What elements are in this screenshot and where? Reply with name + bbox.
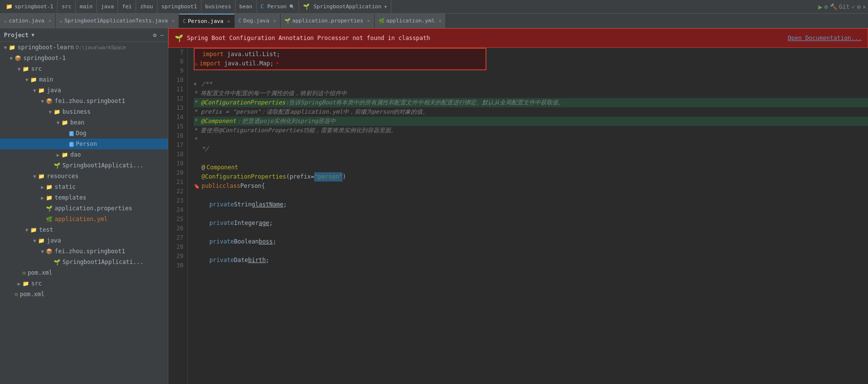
expand-arrow[interactable]: ▼ — [47, 109, 54, 115]
search-icon: 🔍 — [289, 4, 295, 9]
tab-close-button[interactable]: ✕ — [48, 18, 51, 23]
top-nav: 📁 springboot-1 src main java fei zhou sp… — [0, 0, 868, 14]
expand-arrow[interactable]: ▼ — [31, 238, 38, 243]
tree-item-test[interactable]: ▼ 📁 test — [0, 224, 168, 235]
tree-label: business — [62, 108, 91, 115]
debug-icon[interactable]: ⚙ — [824, 3, 828, 10]
tree-item-main[interactable]: ▼ 📁 main — [0, 74, 168, 85]
tree-item-templates[interactable]: ▶ 📁 templates — [0, 192, 168, 203]
tree-item-app-yml[interactable]: ▶ 🌿 application.yml — [0, 214, 168, 224]
tree-item-springboot-learn[interactable]: ▼ 📁 springboot-learn D:\java\workSpace — [0, 42, 168, 53]
tree-item-dao[interactable]: ▶ 📁 dao — [0, 149, 168, 160]
nav-item-springboot1[interactable]: 📁 springboot-1 — [2, 0, 58, 14]
build-icon[interactable]: 🔨 — [830, 3, 837, 10]
line-number: 29 — [168, 252, 183, 261]
expand-arrow[interactable]: ▼ — [16, 66, 22, 72]
tree-item-springbootapp[interactable]: ▶ 🌱 Springboot1Applicati... — [0, 160, 168, 171]
tab-close-button[interactable]: ✕ — [227, 19, 230, 24]
expand-arrow[interactable]: ▼ — [39, 99, 46, 104]
editor-tab-bar: ☕ cation.java ✕ ☕ Springboot1Application… — [0, 14, 868, 28]
close-icon[interactable]: ✕ — [863, 3, 866, 10]
expand-arrow[interactable]: ▼ — [31, 174, 38, 179]
settings-icon[interactable]: ⚙ — [857, 3, 861, 10]
tab-close-button[interactable]: ✕ — [367, 18, 370, 23]
tab-close-button[interactable]: ✕ — [172, 18, 175, 23]
tree-label: src — [31, 65, 42, 72]
open-documentation-link[interactable]: Open Documentation... — [787, 35, 862, 41]
line-number: 15 — [168, 122, 183, 131]
tree-label: dao — [70, 151, 81, 158]
paren-open: ( — [286, 172, 289, 182]
tab-properties[interactable]: 🌱 application.properties ✕ — [281, 14, 375, 28]
line-number: 30 — [168, 261, 183, 270]
code-line-20: @ConfigurationProperties(prefix = "perso… — [194, 172, 868, 182]
tree-item-business[interactable]: ▼ 📁 business — [0, 106, 168, 117]
nav-item-src[interactable]: src — [58, 0, 76, 14]
keyword-class: class — [222, 182, 240, 191]
import-keyword: import java.util.Map; — [200, 59, 274, 68]
code-line-7: import java.util.List; — [195, 50, 485, 59]
tree-item-java[interactable]: ▼ 📁 java — [0, 85, 168, 96]
tree-item-springboot1[interactable]: ▼ 📦 springboot-1 — [0, 53, 168, 63]
tree-label: static — [55, 183, 76, 190]
tree-item-bean[interactable]: ▼ 📁 bean — [0, 117, 168, 128]
expand-arrow[interactable]: ▶ — [39, 184, 46, 190]
tab-tests[interactable]: ☕ Springboot1ApplicationTests.java ✕ — [56, 14, 179, 28]
expand-arrow[interactable]: ▼ — [8, 56, 15, 61]
tree-item-dog[interactable]: ▶ C Dog — [0, 128, 168, 139]
line-number: 21 — [168, 178, 183, 187]
tab-close-button[interactable]: ✕ — [273, 18, 276, 23]
tree-item-test-package[interactable]: ▼ 📦 fei.zhou.springboot1 — [0, 246, 168, 257]
tab-dog[interactable]: C Dog.java ✕ — [235, 14, 281, 28]
expand-arrow[interactable]: ▶ — [55, 152, 61, 158]
nav-item-business[interactable]: business — [202, 0, 236, 14]
expand-arrow[interactable]: ▼ — [23, 227, 30, 233]
tree-item-person[interactable]: ▶ C Person — [0, 139, 168, 149]
line-number: 18 — [168, 150, 183, 159]
tab-person[interactable]: C Person.java ✕ — [179, 14, 235, 28]
nav-item-fei[interactable]: fei — [118, 0, 136, 14]
nav-item-main[interactable]: main — [76, 0, 97, 14]
nav-item-springboot1b[interactable]: springboot1 — [158, 0, 202, 14]
class-icon: C — [183, 19, 186, 24]
tree-item-pom2[interactable]: ▶ m pom.xml — [0, 289, 168, 300]
expand-arrow[interactable]: ▼ — [31, 88, 38, 93]
tree-item-package[interactable]: ▼ 📦 fei.zhou.springboot1 — [0, 96, 168, 106]
dropdown-icon[interactable]: ▼ — [384, 4, 387, 9]
tree-item-pom1[interactable]: ▶ m pom.xml — [0, 267, 168, 278]
fold-arrow[interactable]: ▼ — [194, 80, 200, 89]
dropdown-icon[interactable]: ▼ — [32, 32, 35, 38]
tree-item-static[interactable]: ▶ 📁 static — [0, 182, 168, 192]
tree-item-src2[interactable]: ▶ 📁 src — [0, 278, 168, 289]
expand-arrow[interactable]: ▼ — [55, 120, 61, 125]
expand-arrow[interactable]: ▶ — [16, 281, 22, 286]
nav-item-bean[interactable]: bean — [236, 0, 257, 14]
nav-item-person[interactable]: C Person 🔍 — [257, 0, 299, 14]
nav-item-zhou[interactable]: zhou — [136, 0, 158, 14]
tab-cation[interactable]: ☕ cation.java ✕ — [0, 14, 56, 28]
expand-arrow[interactable]: ▶ — [39, 195, 46, 201]
expand-arrow[interactable]: ▼ — [23, 77, 30, 82]
tab-label: application.properties — [292, 18, 363, 24]
tree-item-test-java[interactable]: ▼ 📁 java — [0, 235, 168, 246]
tab-yaml[interactable]: 🌿 application.yml ✕ — [375, 14, 446, 28]
checkmark-icon[interactable]: ✓ — [851, 3, 855, 10]
sidebar-header: Project ▼ ⚙ — — [0, 28, 168, 42]
tree-item-app-properties[interactable]: ▶ 🌱 application.properties — [0, 203, 168, 214]
nav-item-springbootapp[interactable]: 🌱 SpringbootApplication ▼ — [299, 0, 391, 14]
tree-item-src[interactable]: ▼ 📁 src — [0, 63, 168, 74]
minus-icon[interactable]: — — [161, 32, 164, 39]
expand-arrow[interactable]: ▼ — [2, 45, 9, 50]
settings-icon[interactable]: ⚙ — [153, 32, 157, 39]
git-icon[interactable]: Git — [839, 3, 850, 10]
tree-item-test-springbootapp[interactable]: ▶ 🌱 Springboot1Applicati... — [0, 257, 168, 267]
tree-label: Springboot1Applicati... — [62, 259, 143, 265]
tab-close-button[interactable]: ✕ — [439, 18, 442, 23]
run-icon[interactable]: ▶ — [818, 3, 822, 11]
code-content[interactable]: import java.util.List; ⚠ import java.uti… — [188, 48, 868, 384]
tree-label: resources — [47, 173, 79, 180]
comment-text: */ — [202, 144, 208, 154]
expand-arrow[interactable]: ▼ — [39, 249, 46, 254]
tree-item-resources[interactable]: ▼ 📁 resources — [0, 171, 168, 182]
nav-item-java[interactable]: java — [97, 0, 119, 14]
